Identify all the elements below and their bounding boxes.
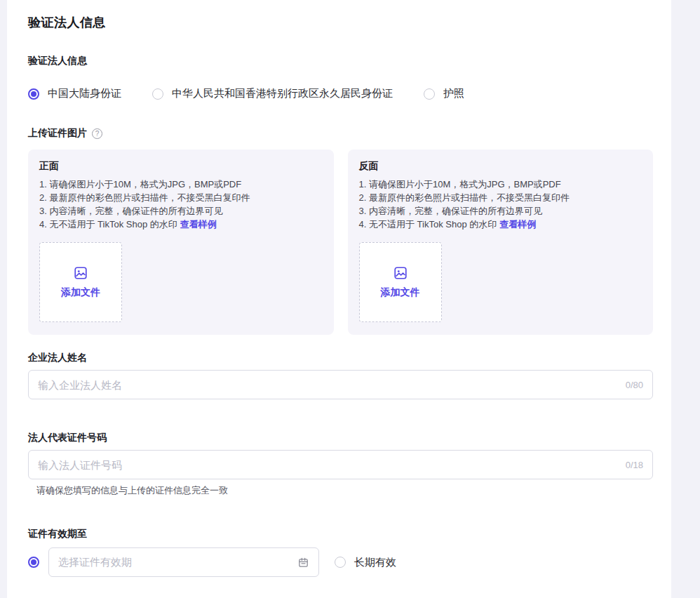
upload-cards: 正面 1. 请确保图片小于10M，格式为JPG，BMP或PDF 2. 最新原件的…: [28, 150, 653, 335]
radio-hk-id-label: 中华人民共和国香港特别行政区永久居民身份证: [172, 87, 393, 100]
radio-mainland-id-label: 中国大陆身份证: [48, 87, 121, 100]
id-type-label: 验证法人信息: [28, 55, 653, 67]
rule-line: 1. 请确保图片小于10M，格式为JPG，BMP或PDF: [359, 178, 642, 191]
validity-row: 选择证件有效期 长期有效: [28, 547, 653, 577]
id-type-radio-group: 中国大陆身份证 中华人民共和国香港特别行政区永久居民身份证 护照: [28, 87, 653, 100]
radio-unselected-icon[interactable]: [424, 88, 435, 100]
upload-card-back: 反面 1. 请确保图片小于10M，格式为JPG，BMP或PDF 2. 最新原件的…: [348, 150, 654, 335]
verification-form-panel: 验证法人信息 验证法人信息 中国大陆身份证 中华人民共和国香港特别行政区永久居民…: [7, 0, 671, 598]
date-picker-input[interactable]: 选择证件有效期: [48, 547, 319, 577]
add-file-button[interactable]: 添加文件: [61, 286, 100, 299]
question-circle-icon[interactable]: ?: [92, 128, 102, 139]
card-back-title: 反面: [359, 160, 642, 173]
rule-line: 2. 最新原件的彩色照片或扫描件，不接受黑白复印件: [359, 191, 642, 204]
rule-text: 4. 无不适用于 TikTok Shop 的水印: [39, 219, 177, 230]
add-file-button[interactable]: 添加文件: [381, 286, 420, 299]
radio-hk-id[interactable]: 中华人民共和国香港特别行政区永久居民身份证: [152, 87, 393, 100]
id-number-label: 法人代表证件号码: [28, 432, 653, 444]
radio-passport[interactable]: 护照: [424, 87, 464, 100]
rule-line: 4. 无不适用于 TikTok Shop 的水印查看样例: [39, 218, 323, 231]
page-title: 验证法人信息: [28, 14, 653, 31]
card-back-rules: 1. 请确保图片小于10M，格式为JPG，BMP或PDF 2. 最新原件的彩色照…: [359, 178, 642, 231]
rule-text: 4. 无不适用于 TikTok Shop 的水印: [359, 219, 497, 230]
radio-mainland-id[interactable]: 中国大陆身份证: [28, 87, 121, 100]
card-front-rules: 1. 请确保图片小于10M，格式为JPG，BMP或PDF 2. 最新原件的彩色照…: [39, 178, 323, 231]
rule-line: 1. 请确保图片小于10M，格式为JPG，BMP或PDF: [39, 178, 323, 191]
id-number-counter: 0/18: [626, 460, 643, 470]
image-icon: [73, 265, 88, 281]
radio-unselected-icon[interactable]: [335, 557, 346, 568]
upload-card-front: 正面 1. 请确保图片小于10M，格式为JPG，BMP或PDF 2. 最新原件的…: [28, 150, 334, 335]
rule-line: 3. 内容清晰，完整，确保证件的所有边界可见: [359, 204, 642, 218]
radio-selected-icon[interactable]: [28, 88, 39, 100]
radio-date-option[interactable]: [28, 557, 39, 568]
rule-line: 2. 最新原件的彩色照片或扫描件，不接受黑白复印件: [39, 191, 323, 204]
rule-line: 3. 内容清晰，完整，确保证件的所有边界可见: [39, 204, 323, 218]
validity-label: 证件有效期至: [28, 528, 653, 540]
image-icon: [393, 265, 408, 281]
view-sample-link[interactable]: 查看样例: [499, 219, 536, 230]
view-sample-link[interactable]: 查看样例: [180, 219, 217, 230]
upload-label: 上传证件图片: [28, 127, 87, 140]
id-number-input-box: 0/18: [28, 450, 653, 479]
calendar-icon[interactable]: [297, 557, 309, 569]
radio-long-term[interactable]: 长期有效: [335, 556, 396, 569]
id-number-input[interactable]: [38, 459, 619, 471]
front-upload-dropzone[interactable]: 添加文件: [39, 242, 122, 322]
radio-passport-label: 护照: [443, 87, 464, 100]
legal-name-counter: 0/80: [626, 380, 643, 390]
legal-name-input-box: 0/80: [28, 370, 653, 399]
back-upload-dropzone[interactable]: 添加文件: [359, 242, 442, 322]
id-number-helper-text: 请确保您填写的信息与上传的证件信息完全一致: [36, 484, 653, 497]
date-placeholder: 选择证件有效期: [58, 556, 297, 569]
card-front-title: 正面: [39, 160, 323, 173]
rule-line: 4. 无不适用于 TikTok Shop 的水印查看样例: [359, 218, 642, 231]
upload-section-header: 上传证件图片 ?: [28, 127, 653, 140]
legal-name-input[interactable]: [38, 379, 619, 391]
legal-name-label: 企业法人姓名: [28, 352, 653, 364]
long-term-label: 长期有效: [354, 556, 396, 569]
radio-unselected-icon[interactable]: [152, 88, 163, 100]
